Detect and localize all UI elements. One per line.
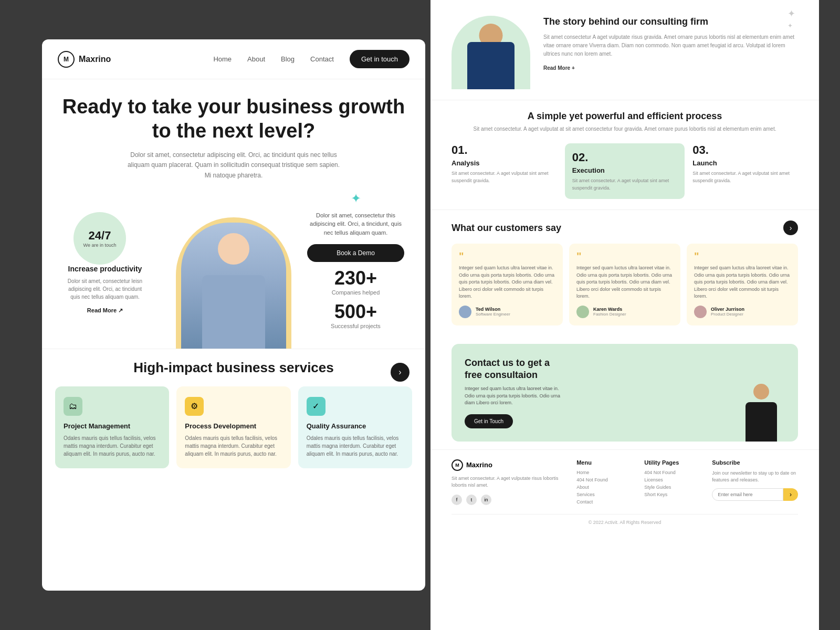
footer-logo: M Maxrino: [452, 459, 566, 471]
footer-menu-item-services[interactable]: Services: [576, 492, 634, 497]
hero-right-text: Dolor sit amet, consectetur this adipisc…: [307, 211, 404, 237]
footer-utility-item-2[interactable]: Licenses: [644, 477, 701, 482]
person-head: [218, 233, 249, 265]
author-role-3: Product Designer: [711, 312, 744, 317]
step-num-2: 02.: [572, 151, 678, 164]
footer-menu-item-home[interactable]: Home: [576, 470, 634, 475]
story-text: Sit amet consectetur A aget vulputate ri…: [543, 33, 798, 58]
project-management-icon: 🗂: [64, 397, 82, 416]
hero-person-image: [176, 217, 291, 349]
logo-circle: M: [58, 51, 75, 68]
twitter-icon[interactable]: t: [466, 495, 477, 505]
footer-brand-text: Sit amet consectetur. A aget vulputate r…: [452, 475, 566, 489]
read-more-link[interactable]: Read More ↗: [87, 307, 123, 313]
services-next-button[interactable]: ›: [391, 363, 410, 382]
testimonial-cards-grid: " Integer sed quam luctus ultra laoreet …: [452, 244, 798, 326]
cta-person-head: [753, 384, 769, 400]
testimonial-card-2: " Integer sed quam luctus ultra laoreet …: [569, 244, 680, 326]
service-card-quality-assurance: ✓ Quality Assurance Odales mauris quis t…: [298, 386, 412, 468]
testimonial-author-2: Karen Wards Fashion Designer: [576, 306, 673, 318]
footer-subscribe-text: Join our newsletter to stay up to date o…: [712, 470, 798, 484]
service-card-process-development: ⚙ Process Development Odales mauris quis…: [176, 386, 290, 468]
brand-name: Maxrino: [79, 55, 111, 64]
testimonials-section: What our customers say › " Integer sed q…: [430, 209, 819, 336]
stat-projects-number: 500+: [307, 301, 404, 323]
testimonials-header: What our customers say ›: [452, 220, 798, 235]
story-content: The story behind our consulting firm Sit…: [543, 16, 798, 72]
services-section: High-impact business services › 🗂 Projec…: [42, 349, 425, 479]
author-info-2: Karen Wards Fashion Designer: [593, 307, 626, 317]
instagram-icon[interactable]: in: [481, 495, 491, 505]
hero-section: Ready to take your business growth to th…: [42, 79, 425, 349]
author-info-3: Oliver Jurrison Product Designer: [711, 307, 744, 317]
footer-menu-title: Menu: [576, 459, 634, 466]
service-title-2: Process Development: [185, 422, 282, 430]
footer-utility-item-3[interactable]: Style Guides: [644, 485, 701, 490]
subscribe-form: ›: [712, 488, 798, 501]
footer-menu-item-contact[interactable]: Contact: [576, 499, 634, 505]
footer-menu-col: Menu Home 404 Not Found About Services C…: [576, 459, 634, 507]
process-section: A simple yet powerful and efficient proc…: [430, 100, 819, 209]
nav-links: Home About Blog Contact: [213, 55, 334, 63]
footer: M Maxrino Sit amet consectetur. A aget v…: [430, 449, 819, 534]
quality-assurance-icon: ✓: [307, 397, 326, 416]
footer-grid: M Maxrino Sit amet consectetur. A aget v…: [452, 459, 798, 507]
services-title: High-impact business services: [55, 360, 412, 376]
footer-menu-item-404[interactable]: 404 Not Found: [576, 477, 634, 482]
person-body: [202, 275, 265, 349]
process-steps: 01. Analysis Sit amet consectetur. A age…: [452, 143, 798, 199]
quote-mark-2: ": [576, 251, 673, 261]
subscribe-submit-button[interactable]: ›: [783, 488, 798, 501]
nav-link-home[interactable]: Home: [213, 55, 232, 63]
step-name-1: Analysis: [452, 159, 557, 167]
story-person-image: [452, 16, 530, 89]
step-text-1: Sit amet consectetur. A aget vulputat si…: [452, 170, 557, 184]
testimonial-author-1: Ted Wilson Software Engineer: [459, 306, 555, 318]
service-text-1: Odales mauris quis tellus facilisis, vel…: [64, 434, 161, 458]
person-silhouette: [181, 223, 286, 349]
social-icons: f t in: [452, 495, 566, 505]
footer-utility-item-4[interactable]: Short Keys: [644, 492, 701, 497]
author-avatar-2: [576, 306, 589, 318]
step-num-3: 03.: [692, 143, 798, 157]
nav-link-blog[interactable]: Blog: [281, 55, 295, 63]
footer-brand: M Maxrino Sit amet consectetur. A aget v…: [452, 459, 566, 507]
stat-projects-label: Successful projects: [307, 323, 404, 329]
hero-right-col: ✦ Dolor sit amet, consectetur this adipi…: [307, 191, 404, 330]
cta-button[interactable]: Get in Touch: [465, 414, 513, 428]
story-read-more[interactable]: Read More +: [543, 65, 575, 71]
story-section: ✦✦ The story behind our consulting firm …: [430, 0, 819, 100]
facebook-icon[interactable]: f: [452, 495, 462, 505]
service-title-3: Quality Assurance: [307, 422, 404, 430]
nav-link-contact[interactable]: Contact: [310, 55, 334, 63]
process-title: A simple yet powerful and efficient proc…: [452, 111, 798, 122]
story-title: The story behind our consulting firm: [543, 16, 798, 28]
author-role-1: Software Engineer: [476, 312, 510, 317]
footer-utility-item-1[interactable]: 404 Not Found: [644, 470, 701, 475]
process-subtitle: Sit amet consectetur. A aget vulputat at…: [452, 125, 798, 133]
author-name-3: Oliver Jurrison: [711, 307, 744, 312]
sparkle-decorative-icons: ✦✦: [788, 8, 795, 30]
stat-companies-label: Companies helped: [307, 289, 404, 296]
logo[interactable]: M Maxrino: [58, 51, 111, 68]
footer-menu-item-about[interactable]: About: [576, 485, 634, 490]
service-card-project-management: 🗂 Project Management Odales mauris quis …: [55, 386, 169, 468]
process-step-execution: 02. Execution Sit amet consectetur. A ag…: [565, 143, 685, 199]
book-demo-button[interactable]: Book a Demo: [307, 244, 404, 262]
availability-badge: 24/7 We are in touch: [74, 212, 126, 265]
service-cards-grid: 🗂 Project Management Odales mauris quis …: [55, 386, 412, 468]
testimonial-card-1: " Integer sed quam luctus ultra laoreet …: [452, 244, 563, 326]
step-num-1: 01.: [452, 143, 557, 157]
subscribe-email-input[interactable]: [712, 488, 783, 501]
get-in-touch-button[interactable]: Get in touch: [350, 50, 410, 68]
availability-number: 24/7: [89, 229, 111, 243]
nav-link-about[interactable]: About: [247, 55, 265, 63]
productivity-block: Increase productivity Dolor sit amet, co…: [63, 265, 147, 314]
right-panel: ✦✦ The story behind our consulting firm …: [430, 0, 819, 630]
testimonials-next-button[interactable]: ›: [783, 220, 798, 235]
process-step-analysis: 01. Analysis Sit amet consectetur. A age…: [452, 143, 557, 184]
quote-mark-1: ": [459, 251, 555, 261]
step-text-3: Sit amet consectetur. A aget vulputat si…: [692, 170, 798, 184]
productivity-title: Increase productivity: [63, 265, 147, 273]
process-development-icon: ⚙: [185, 397, 204, 416]
